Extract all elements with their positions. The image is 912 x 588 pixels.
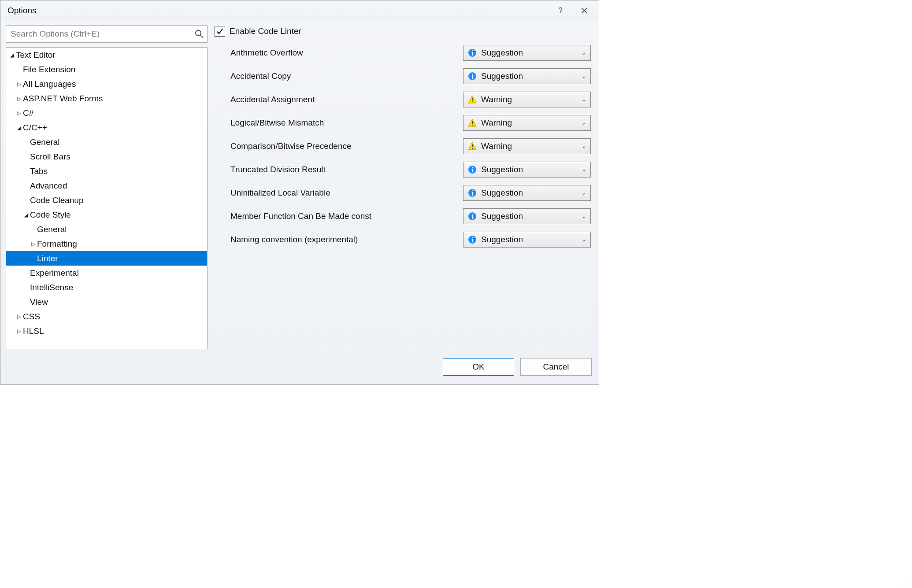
svg-rect-29: [472, 237, 473, 238]
tree-item[interactable]: ▷General: [6, 222, 207, 237]
rule-label: Member Function Can Be Made const: [230, 211, 463, 221]
chevron-down-icon: ⌄: [582, 50, 586, 56]
warning-icon: [468, 95, 477, 104]
tree-item[interactable]: ▷Scroll Bars: [6, 149, 207, 164]
tree-item[interactable]: ▷Tabs: [6, 164, 207, 178]
tree-item[interactable]: ▷General: [6, 135, 207, 149]
severity-value: Warning: [481, 141, 577, 151]
warning-icon: [468, 142, 477, 151]
options-tree-inner[interactable]: ◢Text Editor▷File Extension▷All Language…: [6, 48, 207, 349]
rules-list: Arithmetic OverflowSuggestion⌄Accidental…: [215, 41, 591, 251]
search-input[interactable]: [6, 26, 207, 41]
expand-icon: ▷: [16, 314, 22, 320]
tree-item[interactable]: ▷Code Cleanup: [6, 193, 207, 207]
tree-item[interactable]: ▷HLSL: [6, 324, 207, 338]
tree-item-label: Advanced: [30, 181, 67, 191]
titlebar: Options ?: [0, 0, 599, 21]
tree-item[interactable]: ▷File Extension: [6, 62, 207, 77]
svg-line-3: [200, 35, 203, 38]
rule-row: Member Function Can Be Made constSuggest…: [215, 204, 591, 228]
severity-select[interactable]: Suggestion⌄: [463, 208, 591, 224]
rule-label: Uninitialized Local Variable: [230, 188, 463, 198]
search-wrap: [6, 25, 208, 43]
enable-linter-checkbox[interactable]: [215, 26, 225, 37]
tree-item[interactable]: ◢Code Style: [6, 207, 207, 222]
dialog-footer: OK Cancel: [0, 354, 599, 385]
chevron-down-icon: ⌄: [582, 120, 586, 126]
severity-select[interactable]: Suggestion⌄: [463, 68, 591, 84]
severity-select[interactable]: Suggestion⌄: [463, 162, 591, 178]
svg-rect-20: [472, 167, 473, 168]
left-panel: ◢Text Editor▷File Extension▷All Language…: [6, 25, 208, 349]
svg-rect-26: [472, 214, 473, 214]
chevron-down-icon: ⌄: [582, 73, 586, 79]
ok-button[interactable]: OK: [443, 358, 514, 376]
rule-row: Naming convention (experimental)Suggesti…: [215, 228, 591, 251]
tree-item[interactable]: ▷Advanced: [6, 178, 207, 193]
window-title: Options: [7, 6, 547, 15]
info-icon: [468, 212, 477, 221]
chevron-down-icon: ⌄: [582, 190, 586, 196]
close-button[interactable]: [574, 0, 594, 21]
tree-item[interactable]: ▷All Languages: [6, 77, 207, 91]
expand-icon: ▷: [16, 328, 22, 334]
warning-icon: [468, 118, 477, 127]
tree-item-label: General: [30, 137, 60, 147]
svg-rect-27: [472, 215, 473, 219]
svg-rect-15: [472, 125, 473, 126]
severity-value: Suggestion: [481, 235, 577, 244]
svg-rect-14: [472, 121, 473, 124]
svg-rect-11: [472, 98, 473, 100]
rule-label: Comparison/Bitwise Precedence: [230, 141, 463, 151]
tree-item[interactable]: ◢C/C++: [6, 120, 207, 135]
chevron-down-icon: ⌄: [582, 237, 586, 243]
tree-item-label: HLSL: [23, 326, 44, 336]
severity-value: Warning: [481, 118, 577, 128]
severity-select[interactable]: Warning⌄: [463, 115, 591, 131]
tree-item[interactable]: ▷ASP.NET Web Forms: [6, 91, 207, 106]
tree-item[interactable]: ▷Formatting: [6, 237, 207, 251]
tree-item[interactable]: ▷C#: [6, 106, 207, 120]
svg-rect-24: [472, 192, 473, 196]
tree-item[interactable]: ▷View: [6, 295, 207, 309]
rule-row: Logical/Bitwise MismatchWarning⌄: [215, 111, 591, 134]
chevron-down-icon: ⌄: [582, 213, 586, 219]
severity-select[interactable]: Warning⌄: [463, 92, 591, 107]
expand-icon: ▷: [16, 110, 22, 116]
svg-rect-17: [472, 144, 473, 147]
options-tree: ◢Text Editor▷File Extension▷All Language…: [6, 47, 208, 349]
info-icon: [468, 48, 477, 57]
tree-item[interactable]: ▷IntelliSense: [6, 280, 207, 295]
tree-item[interactable]: ▷CSS: [6, 309, 207, 324]
chevron-down-icon: ⌄: [582, 143, 586, 149]
severity-select[interactable]: Warning⌄: [463, 138, 591, 154]
svg-rect-21: [472, 169, 473, 172]
rule-row: Accidental CopySuggestion⌄: [215, 64, 591, 88]
severity-value: Suggestion: [481, 48, 577, 58]
tree-item-label: C/C++: [23, 123, 47, 133]
tree-item[interactable]: ▷Linter: [6, 251, 207, 266]
tree-item-label: ASP.NET Web Forms: [23, 94, 103, 104]
tree-item-label: Code Cleanup: [30, 196, 83, 205]
severity-select[interactable]: Suggestion⌄: [463, 232, 591, 248]
severity-value: Suggestion: [481, 71, 577, 81]
chevron-down-icon: ⌄: [582, 166, 586, 173]
tree-item[interactable]: ◢Text Editor: [6, 48, 207, 62]
severity-value: Suggestion: [481, 188, 577, 198]
tree-item-label: File Extension: [23, 65, 75, 74]
cancel-button[interactable]: Cancel: [520, 358, 592, 376]
severity-select[interactable]: Suggestion⌄: [463, 185, 591, 201]
tree-item-label: Scroll Bars: [30, 152, 70, 162]
collapse-icon: ◢: [9, 52, 15, 58]
rule-row: Uninitialized Local VariableSuggestion⌄: [215, 181, 591, 204]
help-button[interactable]: ?: [550, 0, 571, 21]
tree-item-label: View: [30, 297, 48, 307]
tree-item[interactable]: ▷Experimental: [6, 266, 207, 280]
expand-icon: ▷: [16, 81, 22, 87]
severity-select[interactable]: Suggestion⌄: [463, 45, 591, 61]
tree-item-label: Linter: [37, 254, 58, 263]
rule-label: Naming convention (experimental): [230, 235, 463, 244]
chevron-down-icon: ⌄: [582, 96, 586, 103]
enable-linter-row: Enable Code Linter: [215, 26, 591, 37]
close-icon: [581, 7, 587, 14]
